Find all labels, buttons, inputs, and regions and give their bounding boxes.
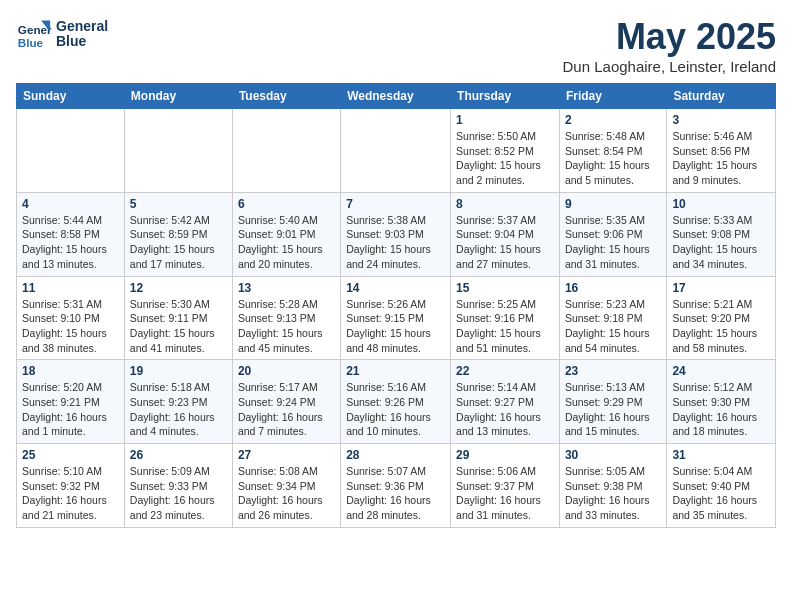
day-cell: 13Sunrise: 5:28 AM Sunset: 9:13 PM Dayli… <box>232 276 340 360</box>
day-info: Sunrise: 5:08 AM Sunset: 9:34 PM Dayligh… <box>238 464 335 523</box>
day-number: 26 <box>130 448 227 462</box>
day-info: Sunrise: 5:09 AM Sunset: 9:33 PM Dayligh… <box>130 464 227 523</box>
week-row-1: 1Sunrise: 5:50 AM Sunset: 8:52 PM Daylig… <box>17 109 776 193</box>
day-cell: 6Sunrise: 5:40 AM Sunset: 9:01 PM Daylig… <box>232 192 340 276</box>
day-number: 12 <box>130 281 227 295</box>
day-number: 15 <box>456 281 554 295</box>
day-info: Sunrise: 5:04 AM Sunset: 9:40 PM Dayligh… <box>672 464 770 523</box>
day-cell: 26Sunrise: 5:09 AM Sunset: 9:33 PM Dayli… <box>124 444 232 528</box>
day-cell: 23Sunrise: 5:13 AM Sunset: 9:29 PM Dayli… <box>559 360 666 444</box>
location-title: Dun Laoghaire, Leinster, Ireland <box>563 58 776 75</box>
day-cell <box>124 109 232 193</box>
day-cell: 24Sunrise: 5:12 AM Sunset: 9:30 PM Dayli… <box>667 360 776 444</box>
day-number: 17 <box>672 281 770 295</box>
day-info: Sunrise: 5:23 AM Sunset: 9:18 PM Dayligh… <box>565 297 661 356</box>
day-cell: 21Sunrise: 5:16 AM Sunset: 9:26 PM Dayli… <box>341 360 451 444</box>
day-number: 10 <box>672 197 770 211</box>
day-number: 6 <box>238 197 335 211</box>
day-cell: 3Sunrise: 5:46 AM Sunset: 8:56 PM Daylig… <box>667 109 776 193</box>
logo-line2: Blue <box>56 34 108 49</box>
week-row-3: 11Sunrise: 5:31 AM Sunset: 9:10 PM Dayli… <box>17 276 776 360</box>
day-info: Sunrise: 5:20 AM Sunset: 9:21 PM Dayligh… <box>22 380 119 439</box>
header-row: SundayMondayTuesdayWednesdayThursdayFrid… <box>17 84 776 109</box>
day-cell <box>341 109 451 193</box>
day-info: Sunrise: 5:33 AM Sunset: 9:08 PM Dayligh… <box>672 213 770 272</box>
day-info: Sunrise: 5:06 AM Sunset: 9:37 PM Dayligh… <box>456 464 554 523</box>
day-info: Sunrise: 5:48 AM Sunset: 8:54 PM Dayligh… <box>565 129 661 188</box>
day-number: 9 <box>565 197 661 211</box>
day-info: Sunrise: 5:05 AM Sunset: 9:38 PM Dayligh… <box>565 464 661 523</box>
day-info: Sunrise: 5:07 AM Sunset: 9:36 PM Dayligh… <box>346 464 445 523</box>
col-header-wednesday: Wednesday <box>341 84 451 109</box>
day-number: 23 <box>565 364 661 378</box>
calendar-table: SundayMondayTuesdayWednesdayThursdayFrid… <box>16 83 776 528</box>
day-cell: 16Sunrise: 5:23 AM Sunset: 9:18 PM Dayli… <box>559 276 666 360</box>
day-number: 16 <box>565 281 661 295</box>
day-info: Sunrise: 5:28 AM Sunset: 9:13 PM Dayligh… <box>238 297 335 356</box>
day-info: Sunrise: 5:42 AM Sunset: 8:59 PM Dayligh… <box>130 213 227 272</box>
day-info: Sunrise: 5:35 AM Sunset: 9:06 PM Dayligh… <box>565 213 661 272</box>
logo-icon: General Blue <box>16 16 52 52</box>
day-number: 31 <box>672 448 770 462</box>
day-info: Sunrise: 5:13 AM Sunset: 9:29 PM Dayligh… <box>565 380 661 439</box>
day-number: 27 <box>238 448 335 462</box>
day-cell: 10Sunrise: 5:33 AM Sunset: 9:08 PM Dayli… <box>667 192 776 276</box>
svg-text:Blue: Blue <box>18 36 44 49</box>
day-cell: 19Sunrise: 5:18 AM Sunset: 9:23 PM Dayli… <box>124 360 232 444</box>
logo: General Blue General Blue <box>16 16 108 52</box>
day-info: Sunrise: 5:50 AM Sunset: 8:52 PM Dayligh… <box>456 129 554 188</box>
day-info: Sunrise: 5:17 AM Sunset: 9:24 PM Dayligh… <box>238 380 335 439</box>
title-block: May 2025 Dun Laoghaire, Leinster, Irelan… <box>563 16 776 75</box>
day-info: Sunrise: 5:38 AM Sunset: 9:03 PM Dayligh… <box>346 213 445 272</box>
day-number: 3 <box>672 113 770 127</box>
day-cell: 29Sunrise: 5:06 AM Sunset: 9:37 PM Dayli… <box>451 444 560 528</box>
day-cell: 17Sunrise: 5:21 AM Sunset: 9:20 PM Dayli… <box>667 276 776 360</box>
day-cell: 7Sunrise: 5:38 AM Sunset: 9:03 PM Daylig… <box>341 192 451 276</box>
day-cell: 12Sunrise: 5:30 AM Sunset: 9:11 PM Dayli… <box>124 276 232 360</box>
day-info: Sunrise: 5:44 AM Sunset: 8:58 PM Dayligh… <box>22 213 119 272</box>
day-info: Sunrise: 5:21 AM Sunset: 9:20 PM Dayligh… <box>672 297 770 356</box>
day-cell: 18Sunrise: 5:20 AM Sunset: 9:21 PM Dayli… <box>17 360 125 444</box>
day-cell: 11Sunrise: 5:31 AM Sunset: 9:10 PM Dayli… <box>17 276 125 360</box>
day-number: 8 <box>456 197 554 211</box>
col-header-saturday: Saturday <box>667 84 776 109</box>
day-number: 24 <box>672 364 770 378</box>
col-header-tuesday: Tuesday <box>232 84 340 109</box>
logo-text: General Blue <box>56 19 108 50</box>
day-cell: 20Sunrise: 5:17 AM Sunset: 9:24 PM Dayli… <box>232 360 340 444</box>
day-number: 2 <box>565 113 661 127</box>
day-cell: 30Sunrise: 5:05 AM Sunset: 9:38 PM Dayli… <box>559 444 666 528</box>
day-info: Sunrise: 5:46 AM Sunset: 8:56 PM Dayligh… <box>672 129 770 188</box>
day-info: Sunrise: 5:31 AM Sunset: 9:10 PM Dayligh… <box>22 297 119 356</box>
day-info: Sunrise: 5:16 AM Sunset: 9:26 PM Dayligh… <box>346 380 445 439</box>
week-row-2: 4Sunrise: 5:44 AM Sunset: 8:58 PM Daylig… <box>17 192 776 276</box>
week-row-4: 18Sunrise: 5:20 AM Sunset: 9:21 PM Dayli… <box>17 360 776 444</box>
logo-line1: General <box>56 19 108 34</box>
day-cell: 14Sunrise: 5:26 AM Sunset: 9:15 PM Dayli… <box>341 276 451 360</box>
day-number: 5 <box>130 197 227 211</box>
page-header: General Blue General Blue May 2025 Dun L… <box>16 16 776 75</box>
day-cell: 25Sunrise: 5:10 AM Sunset: 9:32 PM Dayli… <box>17 444 125 528</box>
day-info: Sunrise: 5:25 AM Sunset: 9:16 PM Dayligh… <box>456 297 554 356</box>
day-number: 18 <box>22 364 119 378</box>
day-number: 1 <box>456 113 554 127</box>
day-number: 20 <box>238 364 335 378</box>
day-number: 28 <box>346 448 445 462</box>
day-info: Sunrise: 5:10 AM Sunset: 9:32 PM Dayligh… <box>22 464 119 523</box>
day-info: Sunrise: 5:12 AM Sunset: 9:30 PM Dayligh… <box>672 380 770 439</box>
col-header-monday: Monday <box>124 84 232 109</box>
day-info: Sunrise: 5:26 AM Sunset: 9:15 PM Dayligh… <box>346 297 445 356</box>
col-header-friday: Friday <box>559 84 666 109</box>
day-cell: 31Sunrise: 5:04 AM Sunset: 9:40 PM Dayli… <box>667 444 776 528</box>
day-number: 14 <box>346 281 445 295</box>
day-cell <box>232 109 340 193</box>
day-cell: 4Sunrise: 5:44 AM Sunset: 8:58 PM Daylig… <box>17 192 125 276</box>
month-title: May 2025 <box>563 16 776 58</box>
day-number: 22 <box>456 364 554 378</box>
col-header-thursday: Thursday <box>451 84 560 109</box>
col-header-sunday: Sunday <box>17 84 125 109</box>
week-row-5: 25Sunrise: 5:10 AM Sunset: 9:32 PM Dayli… <box>17 444 776 528</box>
day-number: 11 <box>22 281 119 295</box>
day-info: Sunrise: 5:14 AM Sunset: 9:27 PM Dayligh… <box>456 380 554 439</box>
day-number: 25 <box>22 448 119 462</box>
